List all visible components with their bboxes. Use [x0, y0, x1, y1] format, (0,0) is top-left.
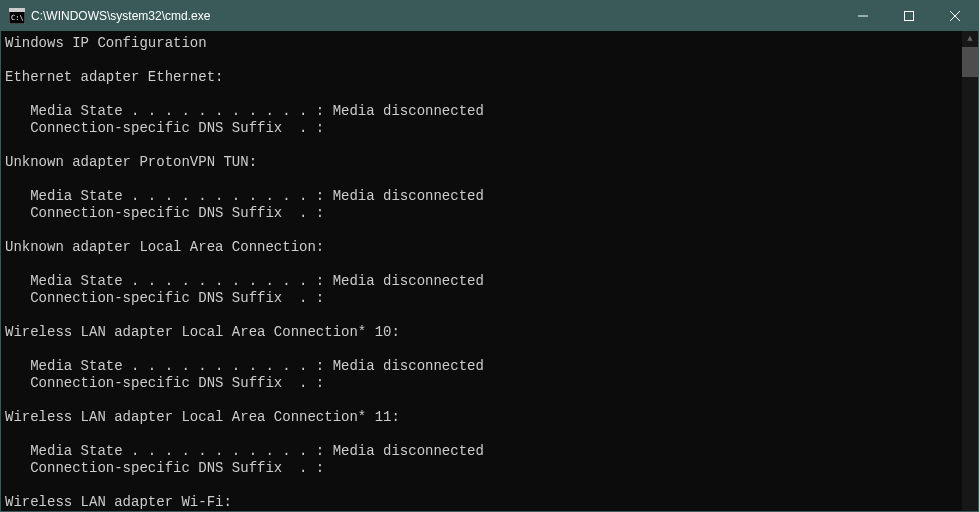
- adapter-block: Unknown adapter ProtonVPN TUN: Media Sta…: [5, 154, 962, 222]
- svg-rect-1: [9, 8, 25, 12]
- adapter-name: Unknown adapter ProtonVPN TUN:: [5, 154, 962, 171]
- dns-suffix-line: Connection-specific DNS Suffix . :: [5, 375, 962, 392]
- scroll-up-arrow[interactable]: ▲: [962, 31, 978, 47]
- adapter-block: Wireless LAN adapter Local Area Connecti…: [5, 324, 962, 392]
- ipconfig-header: Windows IP Configuration: [5, 35, 962, 52]
- vertical-scrollbar[interactable]: ▲: [962, 31, 978, 511]
- titlebar[interactable]: C:\ C:\WINDOWS\system32\cmd.exe: [1, 1, 978, 31]
- dns-suffix-line: Connection-specific DNS Suffix . :: [5, 290, 962, 307]
- minimize-button[interactable]: [840, 1, 886, 31]
- terminal-area: Windows IP ConfigurationEthernet adapter…: [1, 31, 978, 511]
- adapter-name: Wireless LAN adapter Local Area Connecti…: [5, 324, 962, 341]
- media-state-line: Media State . . . . . . . . . . . : Medi…: [5, 103, 962, 120]
- window-title: C:\WINDOWS\system32\cmd.exe: [31, 9, 840, 23]
- media-state-line: Media State . . . . . . . . . . . : Medi…: [5, 358, 962, 375]
- adapter-name: Wireless LAN adapter Wi-Fi:: [5, 494, 962, 511]
- svg-text:C:\: C:\: [11, 14, 24, 22]
- adapter-name: Wireless LAN adapter Local Area Connecti…: [5, 409, 962, 426]
- adapter-name: Unknown adapter Local Area Connection:: [5, 239, 962, 256]
- cmd-icon: C:\: [9, 8, 25, 24]
- dns-suffix-line: Connection-specific DNS Suffix . :: [5, 120, 962, 137]
- maximize-button[interactable]: [886, 1, 932, 31]
- svg-rect-4: [905, 12, 914, 21]
- window-controls: [840, 1, 978, 31]
- scroll-thumb[interactable]: [962, 47, 978, 77]
- adapter-block: Ethernet adapter Ethernet: Media State .…: [5, 69, 962, 137]
- adapter-block: Unknown adapter Local Area Connection: M…: [5, 239, 962, 307]
- media-state-line: Media State . . . . . . . . . . . : Medi…: [5, 273, 962, 290]
- adapter-name: Ethernet adapter Ethernet:: [5, 69, 962, 86]
- adapter-block: Wireless LAN adapter Local Area Connecti…: [5, 409, 962, 477]
- cmd-window: C:\ C:\WINDOWS\system32\cmd.exe Windows …: [0, 0, 979, 512]
- terminal-output[interactable]: Windows IP ConfigurationEthernet adapter…: [1, 31, 962, 511]
- dns-suffix-line: Connection-specific DNS Suffix . :: [5, 205, 962, 222]
- dns-suffix-line: Connection-specific DNS Suffix . :: [5, 460, 962, 477]
- media-state-line: Media State . . . . . . . . . . . : Medi…: [5, 443, 962, 460]
- media-state-line: Media State . . . . . . . . . . . : Medi…: [5, 188, 962, 205]
- close-button[interactable]: [932, 1, 978, 31]
